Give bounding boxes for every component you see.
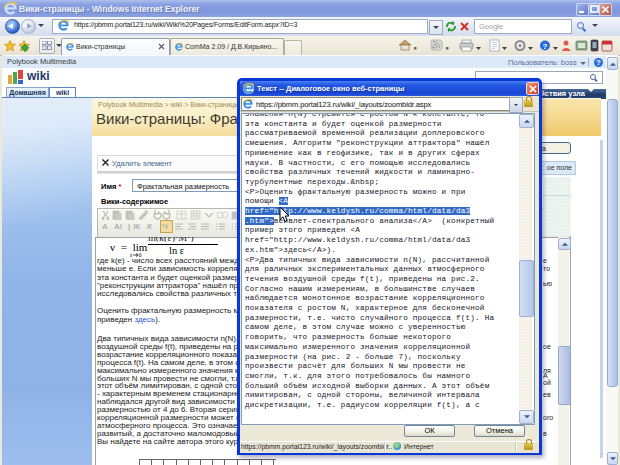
svg-text:?: ? (543, 42, 548, 51)
